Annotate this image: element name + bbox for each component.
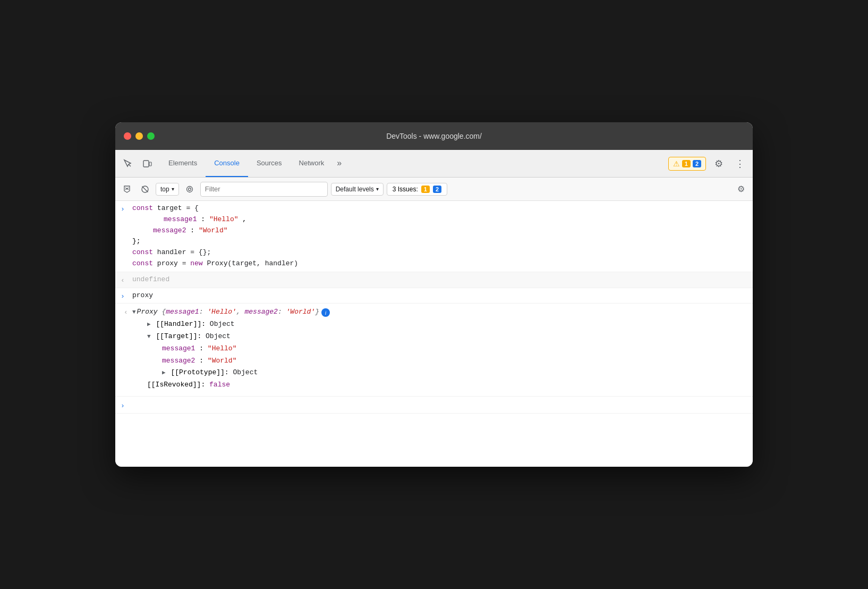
console-issues-button[interactable]: 3 Issues: 1 2 bbox=[387, 183, 447, 196]
tab-sources[interactable]: Sources bbox=[248, 150, 291, 177]
devtools-window: DevTools - www.google.com/ bbox=[115, 122, 753, 467]
execution-context-selector[interactable]: top ▾ bbox=[156, 183, 179, 196]
issues-info-badge: 2 bbox=[693, 160, 701, 167]
console-output: › const target = { message1 : "Hello" , … bbox=[115, 201, 753, 467]
info-badge: 2 bbox=[433, 186, 441, 193]
expand-arrow-input-2[interactable]: › bbox=[121, 291, 125, 302]
target-expand-arrow[interactable] bbox=[147, 332, 151, 342]
filter-input[interactable] bbox=[200, 182, 328, 197]
console-input-row[interactable]: › bbox=[115, 397, 753, 414]
prototype-expand-arrow[interactable] bbox=[162, 368, 166, 378]
device-toolbar-button[interactable] bbox=[139, 155, 156, 172]
undefined-output: undefined bbox=[132, 275, 169, 283]
console-entry-output-1: ‹ undefined bbox=[115, 272, 753, 288]
proxy-expand-arrow[interactable] bbox=[132, 308, 136, 317]
message2-row: message2 : "World" bbox=[120, 355, 748, 367]
expand-arrow-input-1[interactable]: › bbox=[121, 204, 125, 215]
input-prompt-icon: › bbox=[121, 401, 125, 412]
window-title: DevTools - www.google.com/ bbox=[386, 132, 482, 140]
chevron-down-icon: ▾ bbox=[172, 186, 174, 192]
warn-badge: 1 bbox=[421, 186, 430, 193]
live-expressions-button[interactable] bbox=[182, 182, 197, 197]
svg-marker-3 bbox=[124, 186, 130, 192]
tab-right-actions: ⚠ 1 2 ⚙ ⋮ bbox=[668, 155, 748, 172]
svg-line-0 bbox=[129, 164, 131, 166]
console-entry-input-2: › proxy bbox=[115, 288, 753, 304]
issues-counter-button[interactable]: ⚠ 1 2 bbox=[668, 157, 706, 171]
devtools-tools bbox=[120, 155, 156, 172]
svg-point-8 bbox=[186, 186, 192, 192]
message1-row: message1 : "Hello" bbox=[120, 342, 748, 355]
issues-text: 3 Issues: bbox=[393, 186, 418, 193]
tab-network[interactable]: Network bbox=[291, 150, 333, 177]
prototype-row: [[Prototype]]: Object bbox=[120, 366, 748, 378]
warning-icon: ⚠ bbox=[673, 159, 680, 168]
tab-elements[interactable]: Elements bbox=[160, 150, 206, 177]
maximize-button[interactable] bbox=[147, 132, 155, 140]
default-levels-label: Default levels bbox=[336, 186, 374, 193]
console-entry-proxy: ‹ Proxy {message1: 'Hello', message2: 'W… bbox=[115, 304, 753, 397]
handler-row: [[Handler]]: Object bbox=[120, 318, 748, 330]
minimize-button[interactable] bbox=[135, 132, 143, 140]
inspect-element-button[interactable] bbox=[120, 155, 137, 172]
top-label: top bbox=[160, 186, 169, 193]
close-button[interactable] bbox=[124, 132, 131, 140]
devtools-body: Elements Console Sources Network » ⚠ bbox=[115, 150, 753, 467]
svg-rect-1 bbox=[143, 161, 149, 167]
console-entry-input-1: › const target = { message1 : "Hello" , … bbox=[115, 201, 753, 272]
titlebar: DevTools - www.google.com/ bbox=[115, 122, 753, 150]
svg-rect-2 bbox=[149, 162, 151, 166]
console-toolbar: top ▾ Default levels ▾ 3 Issues: 1 2 ⚙ bbox=[115, 178, 753, 201]
svg-point-9 bbox=[188, 188, 191, 190]
console-settings-button[interactable]: ⚙ bbox=[734, 182, 748, 197]
clear-console-button[interactable] bbox=[120, 182, 134, 197]
main-tabs: Elements Console Sources Network » bbox=[160, 150, 346, 177]
chevron-down-icon: ▾ bbox=[376, 186, 379, 192]
handler-expand-arrow[interactable] bbox=[147, 320, 151, 330]
tab-more-button[interactable]: » bbox=[333, 150, 346, 177]
settings-button[interactable]: ⚙ bbox=[710, 155, 727, 172]
tab-bar: Elements Console Sources Network » ⚠ bbox=[115, 150, 753, 178]
info-icon[interactable]: i bbox=[321, 308, 330, 317]
target-row: [[Target]]: Object bbox=[120, 330, 748, 342]
isrevoked-row: [[IsRevoked]]: false bbox=[120, 378, 748, 393]
issues-warn-badge: 1 bbox=[682, 160, 691, 167]
log-level-selector[interactable]: Default levels ▾ bbox=[331, 183, 384, 196]
traffic-lights bbox=[124, 132, 155, 140]
back-arrow-1: ‹ bbox=[121, 275, 125, 287]
proxy-header-row: ‹ Proxy {message1: 'Hello', message2: 'W… bbox=[120, 307, 748, 318]
back-arrow-2: ‹ bbox=[124, 307, 128, 318]
more-options-button[interactable]: ⋮ bbox=[731, 155, 748, 172]
preserve-log-button[interactable] bbox=[138, 182, 152, 197]
tab-console[interactable]: Console bbox=[206, 150, 248, 177]
